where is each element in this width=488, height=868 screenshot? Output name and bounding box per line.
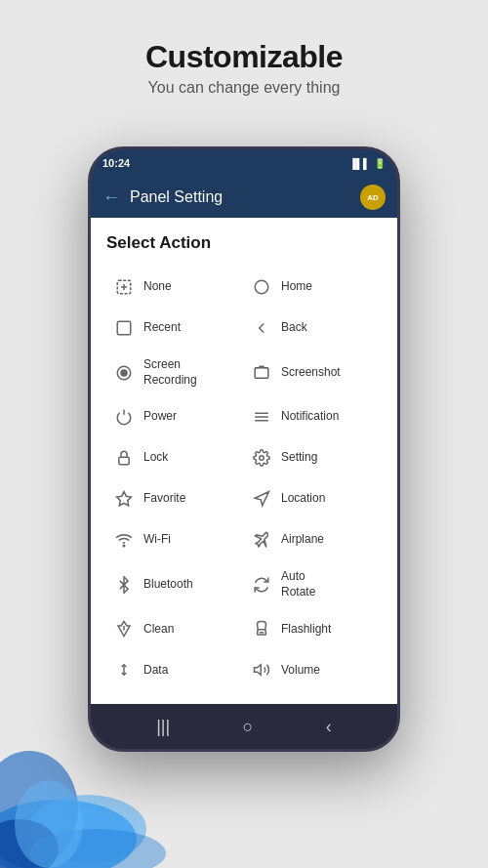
svg-point-1 [0, 751, 78, 868]
action-screen-recording[interactable]: ScreenRecording [106, 349, 244, 396]
action-power[interactable]: Power [106, 396, 244, 437]
data-label: Data [143, 663, 168, 679]
action-screenshot[interactable]: Screenshot [244, 349, 382, 396]
action-back[interactable]: Back [244, 308, 382, 349]
svg-rect-13 [255, 367, 268, 378]
header-section: Customizable You can change every thing [0, 0, 488, 116]
volume-label: Volume [281, 663, 320, 679]
action-data[interactable]: Data [106, 649, 244, 690]
nav-menu-button[interactable]: ||| [156, 717, 170, 737]
power-label: Power [143, 409, 177, 425]
back-icon [250, 316, 273, 340]
svg-point-21 [123, 545, 125, 547]
action-clean[interactable]: Clean [106, 608, 244, 649]
action-location[interactable]: Location [244, 478, 382, 519]
action-flashlight[interactable]: Flashlight [244, 608, 382, 649]
svg-point-5 [15, 780, 83, 868]
status-time: 10:24 [102, 157, 130, 169]
status-bar: 10:24 ▐▌▌ 🔋 [91, 149, 397, 177]
setting-label: Setting [281, 450, 317, 466]
clean-icon [112, 617, 136, 641]
favorite-label: Favorite [143, 491, 185, 507]
signal-icon: ▐▌▌ [349, 158, 370, 169]
home-label: Home [281, 279, 312, 295]
nav-home-button[interactable]: ○ [243, 717, 254, 737]
svg-marker-20 [255, 492, 268, 506]
action-setting[interactable]: Setting [244, 437, 382, 478]
volume-icon [250, 658, 273, 682]
page-background: Customizable You can change every thing … [0, 0, 488, 868]
action-notification[interactable]: Notification [244, 396, 382, 437]
page-title: Customizable [0, 39, 488, 75]
screenshot-label: Screenshot [281, 365, 341, 381]
modal-overlay: Select Action None [91, 218, 397, 749]
screenshot-icon [250, 361, 273, 385]
none-icon [112, 275, 136, 299]
action-bluetooth[interactable]: Bluetooth [106, 560, 244, 608]
bluetooth-icon [112, 573, 136, 597]
none-label: None [143, 279, 172, 295]
action-home[interactable]: Home [244, 267, 382, 308]
clean-label: Clean [143, 622, 174, 638]
status-icons: ▐▌▌ 🔋 [349, 158, 386, 169]
svg-point-4 [29, 829, 166, 868]
svg-point-18 [260, 456, 264, 461]
action-wifi[interactable]: Wi-Fi [106, 519, 244, 560]
ad-badge: AD [360, 185, 386, 210]
svg-marker-19 [117, 492, 132, 506]
svg-point-2 [29, 795, 146, 863]
modal-title: Select Action [106, 233, 382, 253]
auto-rotate-icon [250, 573, 273, 597]
back-label: Back [281, 320, 307, 336]
svg-point-0 [0, 800, 137, 868]
recent-label: Recent [143, 320, 181, 336]
lock-icon [112, 446, 136, 470]
back-button[interactable]: ← [102, 187, 120, 208]
airplane-label: Airplane [281, 532, 324, 548]
home-icon [250, 275, 273, 299]
top-bar-title: Panel Setting [130, 188, 350, 206]
modal-card: Select Action None [91, 218, 397, 706]
phone-nav-bar: ||| ○ ‹ [91, 704, 397, 749]
svg-rect-10 [117, 321, 131, 335]
recent-icon [112, 316, 136, 340]
action-auto-rotate[interactable]: AutoRotate [244, 560, 382, 608]
phone-frame: 10:24 ▐▌▌ 🔋 ← Panel Setting AD Select Ac… [88, 146, 400, 752]
lock-label: Lock [143, 450, 168, 466]
action-airplane[interactable]: Airplane [244, 519, 382, 560]
notification-icon [250, 405, 273, 429]
screen-recording-icon [112, 361, 136, 385]
favorite-icon [112, 487, 136, 511]
phone-screen: 10:24 ▐▌▌ 🔋 ← Panel Setting AD Select Ac… [91, 149, 397, 749]
svg-rect-17 [119, 457, 130, 465]
svg-point-9 [255, 280, 268, 294]
bluetooth-label: Bluetooth [143, 577, 193, 593]
action-volume[interactable]: Volume [244, 649, 382, 690]
page-subtitle: You can change every thing [0, 79, 488, 97]
location-icon [250, 487, 273, 511]
svg-marker-25 [255, 665, 262, 676]
nav-back-button[interactable]: ‹ [326, 717, 332, 737]
power-icon [112, 405, 136, 429]
action-none[interactable]: None [106, 267, 244, 308]
location-label: Location [281, 491, 325, 507]
flashlight-label: Flashlight [281, 622, 331, 638]
flashlight-icon [250, 617, 273, 641]
airplane-icon [250, 528, 273, 552]
screen-recording-label: ScreenRecording [143, 357, 197, 388]
action-lock[interactable]: Lock [106, 437, 244, 478]
wifi-icon [112, 528, 136, 552]
auto-rotate-label: AutoRotate [281, 569, 315, 599]
notification-label: Notification [281, 409, 339, 425]
svg-point-12 [121, 370, 127, 376]
svg-point-3 [0, 819, 59, 868]
wifi-label: Wi-Fi [143, 532, 171, 548]
data-icon [112, 658, 136, 682]
action-recent[interactable]: Recent [106, 308, 244, 349]
actions-grid: None Home [106, 267, 382, 690]
setting-icon [250, 446, 273, 470]
top-bar: ← Panel Setting AD [91, 177, 397, 218]
action-favorite[interactable]: Favorite [106, 478, 244, 519]
battery-icon: 🔋 [374, 158, 386, 169]
